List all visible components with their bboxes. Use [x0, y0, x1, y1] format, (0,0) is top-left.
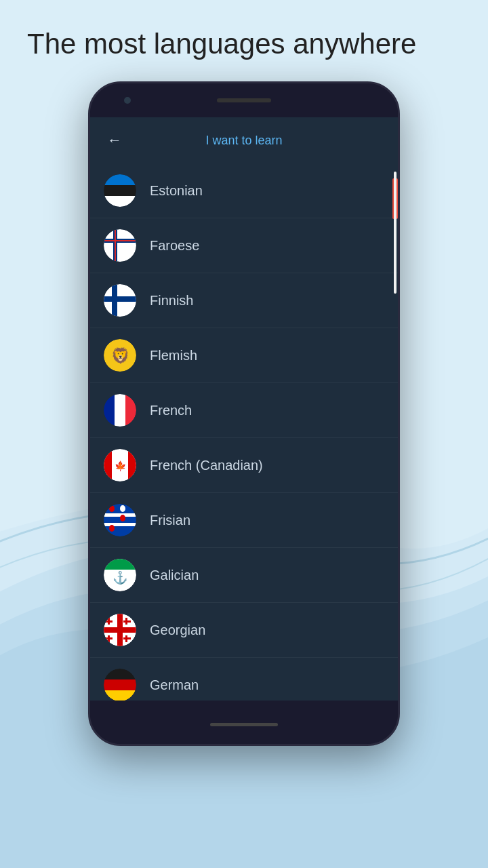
phone-bottom [90, 701, 398, 746]
flag-frisian [104, 504, 136, 536]
flag-german [104, 669, 136, 701]
svg-point-32 [120, 515, 125, 521]
language-item-french-canadian[interactable]: 🍁 French (Canadian) [90, 438, 398, 493]
svg-rect-30 [104, 523, 136, 526]
language-name-georgian: Georgian [150, 623, 205, 638]
svg-rect-37 [104, 559, 136, 570]
language-name-french-canadian: French (Canadian) [150, 458, 263, 473]
language-item-galician[interactable]: ⚓ Galician [90, 548, 398, 603]
phone-top [90, 83, 398, 117]
svg-point-31 [109, 505, 115, 512]
svg-rect-10 [104, 240, 136, 241]
flag-flemish: 🦁 [104, 339, 136, 372]
phone-speaker [217, 98, 271, 102]
svg-rect-54 [104, 690, 136, 701]
svg-rect-2 [104, 174, 136, 185]
flag-french [104, 394, 136, 427]
svg-rect-4 [104, 196, 136, 207]
language-item-faroese[interactable]: Faroese [90, 218, 398, 273]
language-list: Estonian Faroese Finnish 🦁 Flemish Frenc… [90, 163, 398, 701]
svg-rect-20 [115, 394, 125, 427]
language-item-german[interactable]: German [90, 658, 398, 701]
language-name-german: German [150, 677, 199, 693]
svg-rect-28 [104, 504, 136, 536]
language-item-finnish[interactable]: Finnish [90, 273, 398, 328]
language-item-georgian[interactable]: Georgian [90, 603, 398, 658]
svg-rect-42 [104, 627, 136, 633]
language-item-flemish[interactable]: 🦁 Flemish [90, 328, 398, 383]
phone-screen: ← I want to learn Estonian Faroese Finni… [90, 117, 398, 701]
svg-point-34 [120, 505, 125, 512]
flag-faroese [104, 229, 136, 262]
flag-french-canadian: 🍁 [104, 449, 136, 481]
home-bar [210, 723, 278, 726]
screen-title: I want to learn [205, 134, 282, 148]
language-item-frisian[interactable]: Frisian [90, 493, 398, 548]
svg-rect-21 [125, 394, 136, 427]
flag-finnish [104, 284, 136, 317]
language-name-finnish: Finnish [150, 293, 193, 309]
svg-rect-53 [104, 679, 136, 690]
phone-frame: ← I want to learn Estonian Faroese Finni… [88, 81, 400, 746]
svg-text:🍁: 🍁 [115, 460, 127, 472]
page-title: The most languages anywhere [0, 0, 488, 75]
language-name-faroese: Faroese [150, 238, 199, 254]
back-button[interactable]: ← [104, 128, 125, 153]
svg-rect-44 [105, 620, 113, 623]
svg-rect-19 [104, 394, 115, 427]
svg-rect-29 [104, 513, 136, 517]
language-name-estonian: Estonian [150, 183, 203, 199]
svg-rect-14 [104, 296, 136, 302]
screen-header: ← I want to learn [90, 117, 398, 163]
language-item-french[interactable]: French [90, 383, 398, 438]
svg-rect-50 [123, 637, 131, 639]
language-name-flemish: Flemish [150, 348, 197, 363]
svg-rect-24 [104, 449, 112, 481]
flag-georgian [104, 614, 136, 646]
flag-estonian [104, 174, 136, 207]
svg-text:🦁: 🦁 [111, 347, 130, 365]
svg-point-33 [109, 525, 115, 532]
language-name-french: French [150, 403, 192, 418]
svg-text:⚓: ⚓ [113, 570, 128, 585]
phone-camera [124, 97, 131, 104]
svg-rect-52 [104, 669, 136, 679]
svg-rect-48 [105, 637, 113, 639]
language-name-galician: Galician [150, 568, 199, 583]
svg-rect-46 [123, 620, 131, 623]
svg-rect-3 [104, 185, 136, 196]
svg-rect-6 [104, 229, 136, 262]
svg-rect-9 [115, 229, 116, 262]
language-name-frisian: Frisian [150, 513, 190, 528]
language-item-estonian[interactable]: Estonian [90, 163, 398, 218]
phone-mockup: ← I want to learn Estonian Faroese Finni… [0, 75, 488, 746]
svg-rect-25 [128, 449, 136, 481]
flag-galician: ⚓ [104, 559, 136, 591]
